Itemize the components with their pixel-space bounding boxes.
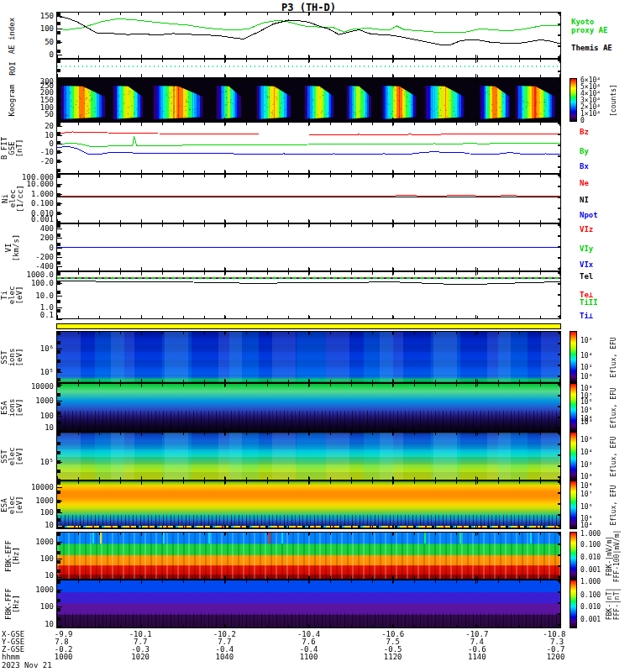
b-fit-major-tick — [141, 170, 142, 173]
roi-major-tick — [57, 74, 58, 77]
ae-index-ytick-label: 100 — [20, 25, 54, 33]
esa-ions-colorbar-tick: 10⁶ — [580, 399, 592, 406]
sst-ions-major-tick — [224, 379, 225, 382]
keogram-major-tick — [475, 79, 476, 82]
keogram-ytick-mark — [56, 78, 62, 79]
esa-elec-colorbar-unit: Eflux, EFU — [596, 480, 630, 529]
keogram-colorbar-unit-text: [counts] — [610, 84, 617, 117]
sst-ions-colorbar-tick: 10⁶ — [580, 338, 592, 344]
esa-elec-major-tick — [308, 525, 309, 528]
esa-ions-ytick-mark — [56, 430, 62, 431]
esa-ions-minor-ticks-right — [558, 384, 560, 431]
fbk-eff-minor-ticks-right — [558, 533, 560, 579]
by-line — [57, 136, 560, 147]
xaxis-row-label-hhmm: hhmm — [2, 654, 20, 661]
ti-major-tick — [308, 272, 309, 276]
vi-major-tick — [141, 267, 142, 270]
fbk-eff-colorbar-tick: 0.001 — [580, 567, 601, 574]
ni-major-tick — [308, 219, 309, 223]
esa-ions-ytick-label: 1000 — [20, 397, 54, 405]
ae-index-minor-ticks-left — [57, 13, 60, 58]
fbk-eff-colorbar-unit: FBK-|mV/m| FFF-100|mV/m| — [596, 532, 630, 580]
panel-fbk-fff — [56, 580, 561, 628]
b-fit-major-tick — [141, 123, 142, 126]
ni-minor-ticks-left — [57, 175, 60, 223]
esa-ions-major-tick — [559, 428, 560, 431]
sst-elec-major-tick — [308, 433, 309, 436]
esa-ions-ytick-label: 10000 — [20, 383, 54, 391]
fbk-fff-major-tick — [475, 580, 476, 584]
fbk-fff-colorbar-unit: FBK-|nT| FFF-|nT| — [596, 580, 630, 628]
ae-index-major-tick — [224, 55, 225, 58]
esa-ions-ytick-mark — [56, 416, 62, 417]
fbk-eff-ytick-mark — [56, 577, 62, 578]
roi-major-tick — [224, 74, 225, 77]
esa-ions-colorbar — [570, 383, 577, 432]
xaxis-value: 1100 — [300, 654, 318, 661]
vi-major-tick — [392, 267, 393, 270]
esa-elec-minor-ticks-right — [558, 481, 560, 528]
esa-ions-major-tick — [308, 428, 309, 431]
vi-major-tick — [141, 224, 142, 228]
vi-ytick-mark — [56, 238, 62, 239]
ti-major-tick — [224, 272, 225, 276]
sst-elec-ytick-label: 10⁵ — [20, 459, 54, 466]
sst-elec-major-tick — [475, 433, 476, 436]
esa-elec-ytick-mark — [56, 527, 62, 528]
ni-ylabel-text: Ni elec [1/cc] — [2, 185, 24, 213]
b-fit-ytick-label: 20 — [20, 123, 54, 130]
sst-elec-colorbar-tick: 10⁴ — [580, 449, 592, 456]
sst-elec-major-tick — [308, 476, 309, 480]
esa-ions-minor-ticks-left — [57, 384, 60, 431]
esa-elec-major-tick — [559, 481, 560, 485]
ti-ytick-label: 10.0 — [20, 292, 54, 300]
fbk-fff-minor-ticks-right — [558, 580, 560, 627]
ti-ytick-label: 1000.0 — [20, 271, 54, 279]
sst-elec-minor-ticks-left — [57, 433, 60, 480]
ni-major-tick — [224, 175, 225, 178]
sst-ions-ytick-mark — [56, 372, 62, 373]
fbk-fff-major-tick — [141, 624, 142, 627]
keogram-major-tick — [392, 118, 393, 121]
ti-series-plot — [57, 272, 560, 318]
ae-index-major-tick — [559, 55, 560, 58]
fbk-eff-major-tick — [224, 533, 225, 536]
fbk-eff-ytick-label: 10 — [20, 572, 54, 580]
sst-ions-ytick-label: 10⁶ — [20, 345, 54, 353]
b-fit-major-tick — [308, 170, 309, 173]
sst-ions-major-tick — [559, 379, 560, 382]
sst-ions-ytick-label: 10⁵ — [20, 369, 54, 376]
ae-index-major-tick — [559, 13, 560, 16]
ni-ytick-mark — [56, 174, 62, 175]
esa-elec-major-tick — [475, 481, 476, 485]
ni-major-tick — [559, 175, 560, 178]
fbk-eff-major-tick — [141, 575, 142, 579]
ni-trace-label: NI — [580, 196, 589, 204]
roi-ylabel: ROI — [0, 59, 25, 78]
keogram-ytick-label: 50 — [20, 111, 54, 118]
esa-ions-major-tick — [141, 428, 142, 431]
ni-major-tick — [308, 175, 309, 178]
ae-index-ytick-mark — [56, 16, 62, 17]
vi-major-tick — [224, 224, 225, 228]
ae-index-trace-label: Kyoto proxy AE — [571, 18, 607, 34]
panel-fbk-eff — [56, 532, 561, 580]
sst-elec-major-tick — [141, 476, 142, 480]
esa-elec-ytick-label: 1000 — [20, 497, 54, 505]
esa-ions-major-tick — [308, 384, 309, 387]
fbk-fff-major-tick — [392, 624, 393, 627]
esa-ions-colorbar-unit-text: Eflux, EFU — [610, 387, 617, 428]
ni-major-tick — [57, 175, 58, 178]
ni-major-tick — [224, 219, 225, 223]
sst-elec-major-tick — [559, 433, 560, 436]
xaxis-value: 1200 — [547, 654, 565, 661]
ti-major-tick — [392, 315, 393, 318]
fbk-fff-major-tick — [559, 580, 560, 584]
sst-ions-major-tick — [141, 332, 142, 335]
ti-ytick-mark — [56, 283, 62, 284]
vi-ytick-label: 200 — [20, 234, 54, 242]
panel-roi — [56, 59, 561, 78]
ti-major-tick — [559, 272, 560, 276]
panel-sst-ions — [56, 331, 561, 383]
b-fit-major-tick — [392, 123, 393, 126]
